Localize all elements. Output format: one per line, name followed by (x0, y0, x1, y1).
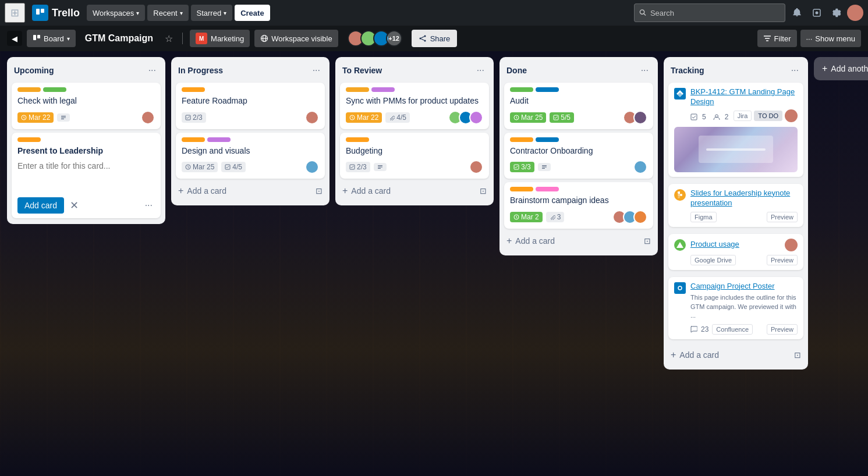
checklist-badge: 4/5 (221, 162, 246, 172)
label-purple (207, 137, 231, 142)
notification-button[interactable] (788, 3, 806, 22)
member-icon (713, 113, 720, 120)
plus-icon: + (822, 63, 827, 74)
card-title: Present to Leadership (17, 145, 155, 157)
add-card-actions: Add card ✕ ··· (17, 197, 155, 214)
tracking-card-campaign-poster[interactable]: Campaign Project Poster This page includ… (668, 277, 803, 339)
tracking-card-bkp[interactable]: BKP-1412: GTM Landing Page Design 5 2 Ji… (668, 83, 803, 177)
clock-icon (185, 164, 191, 170)
list-menu-in-progress[interactable]: ··· (310, 64, 323, 77)
add-card-button-in-progress[interactable]: + Add a card ⊡ (176, 182, 325, 200)
template-icon: ⊡ (644, 236, 651, 246)
chevron-down-icon: ▾ (224, 10, 226, 16)
workspaces-menu[interactable]: Workspaces ▾ (87, 5, 145, 21)
svg-rect-23 (61, 117, 66, 118)
list-menu-done[interactable]: ··· (639, 64, 651, 77)
card-labels (17, 137, 155, 142)
create-button[interactable]: Create (235, 5, 270, 21)
plus-icon: + (671, 350, 676, 360)
card-present-leadership[interactable]: Present to Leadership Add card ✕ ··· (12, 133, 161, 219)
visibility-button[interactable]: Workspace visible (254, 30, 338, 47)
svg-point-13 (419, 38, 421, 40)
add-card-button-to-review[interactable]: + Add a card ⊡ (340, 182, 489, 200)
tracking-card-link[interactable]: Slides for Leadership keynote presentati… (690, 189, 790, 207)
card-avatars (623, 111, 647, 125)
add-card-cancel-button[interactable]: ✕ (68, 198, 81, 213)
list-menu-to-review[interactable]: ··· (474, 64, 487, 77)
card-preview-image (674, 127, 798, 172)
svg-rect-0 (36, 9, 40, 15)
card-budgeting[interactable]: Budgeting 2/3 (340, 133, 489, 179)
checklist-icon (513, 164, 519, 170)
bell-icon (792, 8, 802, 17)
card-design-visuals[interactable]: Design and visuals Mar 25 4/5 (176, 133, 325, 179)
preview-button[interactable]: Preview (767, 212, 798, 222)
settings-button[interactable] (827, 3, 846, 22)
search-icon (639, 9, 647, 17)
card-check-legal[interactable]: Check with legal Mar 22 (12, 83, 161, 129)
chevron-down-icon: ▾ (136, 10, 139, 16)
label-purple (371, 87, 395, 92)
card-labels (182, 137, 319, 142)
figma-source-badge: Figma (690, 212, 717, 222)
grid-menu-icon[interactable]: ⊞ (5, 3, 25, 23)
svg-rect-24 (61, 118, 64, 119)
card-audit[interactable]: Audit Mar 25 5/5 (504, 83, 653, 129)
confluence-icon (674, 282, 686, 294)
recent-menu[interactable]: Recent ▾ (147, 5, 188, 21)
list-menu-upcoming[interactable]: ··· (146, 64, 158, 77)
card-contractor-onboarding[interactable]: Contractor Onboarding 3/3 (504, 133, 653, 179)
checklist-icon (349, 164, 355, 170)
add-card-more-button[interactable]: ··· (143, 198, 155, 213)
user-avatar[interactable] (847, 5, 863, 21)
show-menu-button[interactable]: ··· Show menu (800, 30, 862, 47)
starred-menu[interactable]: Starred ▾ (191, 5, 233, 21)
tracking-card-product-usage[interactable]: Product usage Google Drive Preview (668, 234, 803, 270)
card-feature-roadmap[interactable]: Feature Roadmap 2/3 (176, 83, 325, 129)
board-title[interactable]: GTM Campaign (80, 31, 158, 46)
star-button[interactable]: ☆ (162, 31, 175, 47)
board-icon (33, 34, 41, 42)
search-box[interactable] (634, 3, 785, 22)
template-icon: ⊡ (316, 186, 323, 196)
clock-icon (21, 115, 27, 120)
atlassian-button[interactable] (807, 3, 826, 22)
tracking-card-title: BKP-1412: GTM Landing Page Design (690, 87, 798, 107)
tracking-card-link[interactable]: Campaign Project Poster (690, 282, 775, 290)
svg-rect-48 (691, 114, 697, 120)
description-badge (538, 163, 551, 171)
workspace-button[interactable]: M Marketing (190, 30, 250, 47)
board-view-button[interactable]: Board ▾ (27, 30, 76, 47)
card-title: Contractor Onboarding (510, 145, 647, 157)
list-menu-tracking[interactable]: ··· (789, 64, 801, 77)
card-meta: 2/3 (182, 111, 319, 125)
tracking-avatar (785, 239, 798, 251)
due-date-badge: Mar 25 (182, 162, 218, 172)
svg-line-28 (188, 168, 189, 168)
add-card-confirm-button[interactable]: Add card (17, 197, 64, 214)
tracking-card-link[interactable]: Product usage (690, 240, 739, 248)
preview-button[interactable]: Preview (767, 324, 798, 335)
member-count-badge[interactable]: +12 (386, 30, 402, 47)
share-button[interactable]: Share (412, 30, 458, 47)
svg-rect-7 (37, 35, 40, 38)
sidebar-toggle[interactable]: ◀ (7, 31, 22, 46)
search-input[interactable] (650, 9, 780, 17)
add-card-button-tracking[interactable]: + Add a card ⊡ (668, 346, 803, 364)
confluence-source-badge: Confluence (712, 324, 753, 335)
preview-button[interactable]: Preview (767, 255, 798, 265)
tracking-card-title: Campaign Project Poster (690, 282, 798, 292)
card-title-input[interactable] (17, 161, 155, 193)
filter-button[interactable]: Filter (757, 30, 797, 47)
label-pink (536, 187, 559, 191)
clock-icon (349, 115, 355, 120)
card-title: Brainstorm campaign ideas (510, 195, 647, 207)
trello-logo[interactable]: Trello (27, 5, 84, 21)
add-list-button[interactable]: + Add another list (814, 57, 868, 80)
tracking-card-slides[interactable]: Slides for Leadership keynote presentati… (668, 184, 803, 227)
card-title: Feature Roadmap (182, 95, 319, 107)
tracking-card-link[interactable]: BKP-1412: GTM Landing Page Design (690, 87, 795, 106)
card-sync-pmms[interactable]: Sync with PMMs for product updates Mar 2… (340, 83, 489, 129)
add-card-button-done[interactable]: + Add a card ⊡ (504, 232, 653, 250)
card-brainstorm[interactable]: Brainstorm campaign ideas Mar 2 3 (504, 182, 653, 229)
